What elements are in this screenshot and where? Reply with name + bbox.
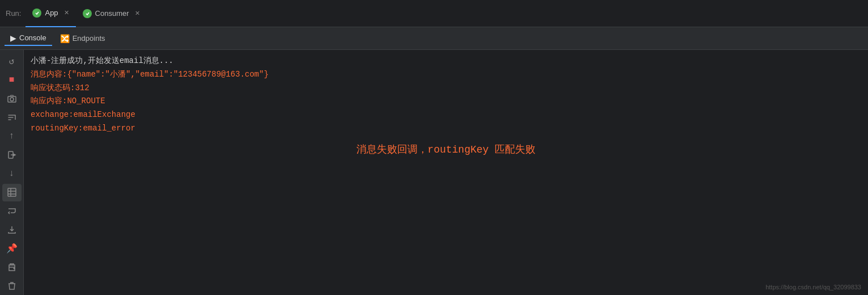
- svg-rect-11: [10, 264, 14, 265]
- svg-point-2: [10, 98, 14, 101]
- list-button[interactable]: [2, 184, 22, 201]
- svg-point-12: [14, 268, 15, 269]
- watermark: https://blog.csdn.net/qq_32099833: [765, 284, 861, 290]
- main-layout: ↺ ■ ↑ ↓ 📌 小潘-注册成功,开始发送email消息...消: [0, 50, 868, 295]
- consumer-tab-label: Consumer: [95, 9, 129, 18]
- endpoints-icon: 🔀: [60, 34, 70, 43]
- screenshot-button[interactable]: [2, 90, 22, 107]
- toolbar-tab-endpoints[interactable]: 🔀 Endpoints: [54, 32, 111, 45]
- app-tab-close[interactable]: ✕: [64, 9, 69, 16]
- console-output: 小潘-注册成功,开始发送email消息...消息内容:{"name":"小潘",…: [31, 54, 861, 158]
- login-button[interactable]: [2, 146, 22, 163]
- endpoints-label: Endpoints: [73, 34, 105, 43]
- console-line: 响应内容:NO_ROUTE: [31, 95, 861, 108]
- left-sidebar: ↺ ■ ↑ ↓ 📌: [0, 50, 24, 295]
- download-button[interactable]: [2, 221, 22, 239]
- down-button[interactable]: ↓: [2, 165, 22, 182]
- print-button[interactable]: [2, 259, 22, 276]
- tab-app[interactable]: App ✕: [25, 0, 75, 27]
- console-line: 小潘-注册成功,开始发送email消息...: [31, 54, 861, 68]
- console-icon: ▶: [10, 33, 16, 43]
- refresh-button[interactable]: ↺: [2, 52, 22, 70]
- console-line: routingKey:email_error: [31, 122, 861, 136]
- tab-bar: Run: App ✕ Consumer ✕: [0, 0, 868, 27]
- app-tab-icon: [32, 9, 41, 18]
- console-line: 消息失败回调，routingKey 匹配失败: [31, 141, 861, 159]
- stop-button[interactable]: ■: [2, 71, 22, 88]
- toolbar-tab-console[interactable]: ▶ Console: [5, 31, 52, 46]
- run-label: Run:: [6, 9, 21, 18]
- console-label: Console: [19, 33, 46, 42]
- up-button[interactable]: ↑: [2, 127, 22, 145]
- app-tab-label: App: [45, 9, 58, 17]
- pin-button[interactable]: 📌: [2, 240, 22, 258]
- svg-rect-6: [8, 188, 16, 196]
- console-line: exchange:emailExchange: [31, 108, 861, 122]
- toolbar-row: ▶ Console 🔀 Endpoints: [0, 27, 868, 50]
- console-area: 小潘-注册成功,开始发送email消息...消息内容:{"name":"小潘",…: [24, 50, 868, 295]
- sort-button[interactable]: [2, 108, 22, 126]
- consumer-tab-close[interactable]: ✕: [135, 10, 140, 17]
- delete-button[interactable]: [2, 277, 22, 295]
- console-line: 消息内容:{"name":"小潘","email":"123456789@163…: [31, 68, 861, 82]
- wrap-button[interactable]: [2, 203, 22, 220]
- consumer-tab-icon: [83, 9, 92, 18]
- tab-consumer[interactable]: Consumer ✕: [76, 0, 147, 27]
- console-line: 响应状态码:312: [31, 82, 861, 95]
